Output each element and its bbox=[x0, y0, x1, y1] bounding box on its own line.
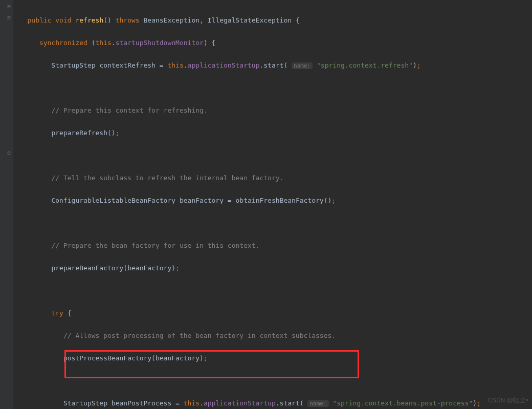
comment: // Tell the subclass to refresh the inte… bbox=[51, 174, 283, 182]
watermark: CSDN @轻尘× bbox=[487, 395, 529, 406]
fold-marker-icon[interactable]: ⊟ bbox=[6, 15, 12, 20]
fold-marker-icon[interactable]: ⊟ bbox=[6, 150, 12, 156]
editor-gutter: ⊟ ⊟ ⊟ bbox=[0, 0, 13, 409]
method-name: refresh bbox=[75, 16, 103, 24]
comment: // Prepare the bean factory for use in t… bbox=[51, 242, 259, 249]
param-hint: name: bbox=[292, 62, 313, 69]
comment: // Prepare this context for refreshing. bbox=[51, 106, 207, 114]
param-hint: name: bbox=[307, 400, 328, 407]
fold-marker-icon[interactable]: ⊟ bbox=[6, 4, 12, 9]
code-editor[interactable]: public void refresh() throws BeansExcept… bbox=[15, 4, 532, 409]
comment: // Allows post-processing of the bean fa… bbox=[63, 332, 336, 339]
